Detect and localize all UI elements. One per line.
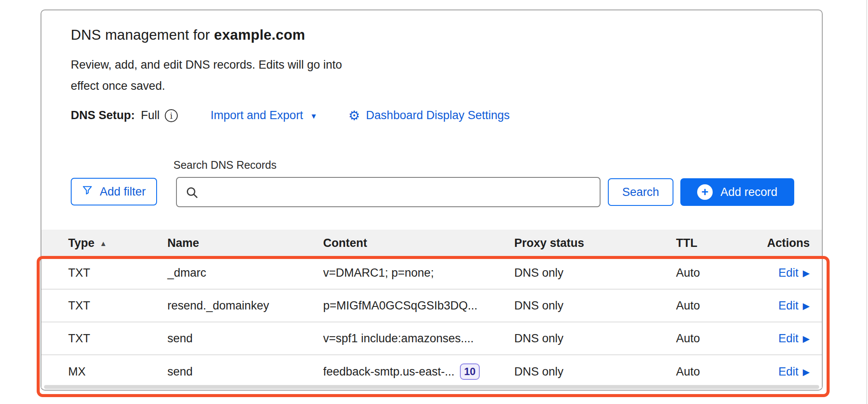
caret-right-icon: ▶: [803, 334, 810, 344]
edit-label: Edit: [778, 266, 799, 280]
page-description: Review, add, and edit DNS records. Edits…: [71, 54, 364, 97]
dns-records-table: Type▲ Name Content Proxy status TTL Acti…: [41, 230, 822, 388]
dns-management-card: DNS management for example.com Review, a…: [41, 9, 823, 391]
column-header-content[interactable]: Content: [323, 237, 514, 250]
horizontal-scrollbar-track[interactable]: [44, 385, 819, 389]
cell-proxy-status: DNS only: [514, 266, 676, 280]
add-filter-label: Add filter: [100, 185, 146, 199]
chevron-down-icon: ▼: [310, 112, 318, 121]
cell-proxy-status: DNS only: [514, 365, 676, 379]
caret-right-icon: ▶: [803, 367, 810, 377]
caret-right-icon: ▶: [803, 301, 810, 311]
table-body: TXT _dmarc v=DMARC1; p=none; DNS only Au…: [41, 257, 822, 388]
edit-label: Edit: [778, 299, 799, 312]
edit-record-link[interactable]: Edit▶: [778, 299, 810, 312]
cell-type: TXT: [68, 299, 167, 312]
import-export-label: Import and Export: [211, 109, 303, 122]
mx-priority-badge: 10: [460, 363, 480, 380]
search-input[interactable]: [177, 178, 600, 206]
card-header: DNS management for example.com Review, a…: [41, 10, 822, 122]
plus-circle-icon: +: [697, 184, 713, 200]
record-content-text: v=DMARC1; p=none;: [323, 266, 434, 280]
edit-record-link[interactable]: Edit▶: [778, 332, 810, 345]
cell-ttl: Auto: [676, 266, 758, 280]
search-button-label: Search: [622, 186, 659, 199]
column-header-ttl[interactable]: TTL: [676, 237, 758, 250]
search-input-container: [176, 177, 601, 207]
cell-actions: Edit▶: [758, 299, 810, 312]
filter-funnel-icon: [82, 185, 93, 199]
column-header-type[interactable]: Type▲: [68, 237, 167, 250]
cell-actions: Edit▶: [758, 266, 810, 280]
table-row: TXT resend._domainkey p=MIGfMA0GCSqGSIb3…: [41, 290, 822, 322]
dns-setup-label: DNS Setup:: [71, 109, 135, 122]
cell-content: feedback-smtp.us-east-... 10: [323, 363, 514, 380]
page-title-domain: example.com: [214, 27, 305, 43]
edit-label: Edit: [778, 332, 799, 345]
dashboard-display-settings-link[interactable]: ⚙ Dashboard Display Settings: [348, 109, 509, 122]
column-header-actions: Actions: [758, 237, 810, 250]
table-row: TXT _dmarc v=DMARC1; p=none; DNS only Au…: [41, 257, 822, 290]
cell-type: MX: [68, 365, 167, 379]
cell-ttl: Auto: [676, 332, 758, 345]
cell-content: v=DMARC1; p=none;: [323, 266, 514, 280]
column-header-name[interactable]: Name: [167, 237, 323, 250]
page-title: DNS management for example.com: [71, 27, 822, 43]
column-header-proxy-status[interactable]: Proxy status: [514, 237, 676, 250]
table-row: MX send feedback-smtp.us-east-... 10 DNS…: [41, 355, 822, 388]
edit-record-link[interactable]: Edit▶: [778, 365, 810, 379]
cell-ttl: Auto: [676, 365, 758, 379]
dns-setup-row: DNS Setup: Full i Import and Export ▼ ⚙ …: [71, 109, 822, 122]
add-record-button[interactable]: + Add record: [680, 178, 794, 206]
sort-ascending-icon: ▲: [100, 240, 107, 248]
record-content-text: p=MIGfMA0GCSqGSIb3DQ...: [323, 299, 478, 312]
cell-name: resend._domainkey: [167, 299, 323, 312]
edit-label: Edit: [778, 365, 799, 379]
cell-name: send: [167, 332, 323, 345]
cell-type: TXT: [68, 266, 167, 280]
add-record-label: Add record: [720, 186, 777, 199]
info-icon[interactable]: i: [165, 109, 178, 122]
caret-right-icon: ▶: [803, 268, 810, 278]
cell-content: v=spf1 include:amazonses....: [323, 332, 514, 345]
dashboard-display-settings-label: Dashboard Display Settings: [366, 109, 509, 122]
cell-name: send: [167, 365, 323, 379]
dns-setup-value: Full: [141, 109, 160, 122]
table-header-row: Type▲ Name Content Proxy status TTL Acti…: [41, 230, 822, 257]
cell-type: TXT: [68, 332, 167, 345]
page-right-edge-divider: [866, 0, 867, 404]
add-filter-button[interactable]: Add filter: [71, 178, 157, 205]
cell-content: p=MIGfMA0GCSqGSIb3DQ...: [323, 299, 514, 312]
page-title-prefix: DNS management for: [71, 27, 214, 43]
search-button[interactable]: Search: [608, 178, 673, 206]
record-content-text: feedback-smtp.us-east-...: [323, 365, 455, 379]
column-header-type-label: Type: [68, 237, 94, 249]
import-export-link[interactable]: Import and Export ▼: [211, 109, 317, 122]
gear-icon: ⚙: [348, 109, 360, 122]
cell-actions: Edit▶: [758, 332, 810, 345]
cell-name: _dmarc: [167, 266, 323, 280]
search-icon: [185, 185, 199, 202]
search-dns-records-label: Search DNS Records: [173, 159, 277, 171]
edit-record-link[interactable]: Edit▶: [778, 266, 810, 280]
cell-actions: Edit▶: [758, 365, 810, 379]
cell-proxy-status: DNS only: [514, 299, 676, 312]
table-row: TXT send v=spf1 include:amazonses.... DN…: [41, 322, 822, 355]
cell-proxy-status: DNS only: [514, 332, 676, 345]
cell-ttl: Auto: [676, 299, 758, 312]
record-content-text: v=spf1 include:amazonses....: [323, 332, 474, 345]
